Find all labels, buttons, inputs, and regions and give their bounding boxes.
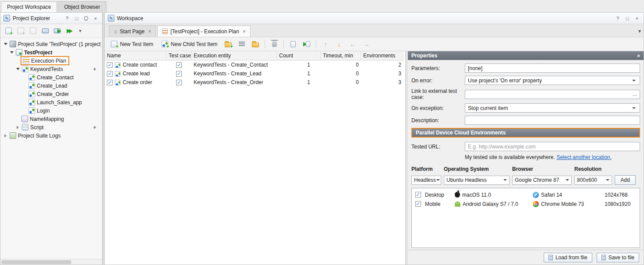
test-case-checkbox[interactable]: ✓ — [176, 62, 182, 68]
tested-url-input[interactable] — [465, 142, 640, 151]
object-browser-button[interactable] — [40, 26, 50, 36]
enabled-checkbox[interactable]: ✓ — [107, 71, 113, 77]
add-new-item-button[interactable] — [3, 26, 14, 36]
platform-select[interactable]: Headless — [411, 176, 441, 185]
select-location-link[interactable]: Select another location. — [556, 154, 611, 160]
external-link-field[interactable]: ... — [465, 90, 640, 99]
tree-item-script[interactable]: Script + — [1, 123, 101, 131]
expander-icon[interactable] — [15, 68, 20, 70]
table-row-name[interactable]: ✓ Create contact — [105, 60, 166, 69]
table-row-environments[interactable]: 3 — [361, 78, 403, 87]
table-row-count[interactable]: 1 — [277, 60, 321, 69]
tree-item-execution-plan[interactable]: Execution Plan — [1, 57, 101, 65]
table-row-entity[interactable]: KeywordTests - Create_Contact — [191, 60, 277, 69]
environment-row-mobile[interactable]: ✓ Mobile Android Galaxy S7 / 7.0 Chrome … — [414, 199, 638, 208]
maximize-icon[interactable]: □ — [73, 16, 80, 21]
expander-icon[interactable] — [3, 134, 8, 138]
help-icon[interactable]: ? — [614, 16, 621, 21]
table-row-testcase[interactable]: ✓ — [166, 78, 191, 87]
tab-project-workspace[interactable]: Project Workspace — [1, 1, 57, 12]
table-row-environments[interactable]: 2 — [361, 60, 403, 69]
group-list-button[interactable] — [237, 39, 247, 49]
column-header-timeout[interactable]: Timeout, min — [321, 51, 361, 60]
table-row-name[interactable]: ✓ Create lead — [105, 69, 166, 78]
test-case-checkbox[interactable]: ✓ — [176, 80, 182, 85]
add-environment-button[interactable]: Add — [615, 175, 636, 185]
environment-checkbox[interactable]: ✓ — [415, 192, 421, 198]
help-icon[interactable]: ? — [64, 16, 71, 21]
new-test-item-button[interactable]: New Test Item — [108, 39, 156, 49]
close-tab-icon[interactable]: × — [148, 28, 151, 35]
close-icon[interactable]: × — [92, 16, 99, 21]
enabled-checkbox[interactable]: ✓ — [107, 80, 113, 85]
table-row-environments[interactable]: 3 — [361, 69, 403, 78]
run-project-button[interactable] — [52, 26, 63, 36]
os-select[interactable]: Ubuntu Headless — [444, 176, 510, 185]
tree-item-launch-sales-app[interactable]: Launch_Sales_app — [1, 98, 101, 106]
column-header-count[interactable]: Count — [277, 51, 321, 60]
tree-item-create-contact[interactable]: Create_Contact — [1, 73, 101, 81]
group-button[interactable] — [250, 39, 261, 49]
tree-item-login[interactable]: Login — [1, 106, 101, 115]
table-row-entity[interactable]: KeywordTests - Create_Lead — [191, 69, 277, 78]
description-field[interactable] — [465, 116, 640, 125]
environment-row-desktop[interactable]: ✓ Desktop macOS 11.0 Safari 14 1024x768 … — [414, 190, 638, 199]
parameters-field[interactable]: [none] — [465, 64, 640, 73]
table-row-testcase[interactable]: ✓ — [166, 60, 191, 69]
column-header-name[interactable]: Name — [105, 51, 166, 60]
tree-item-project-suite-logs[interactable]: Project Suite Logs — [1, 131, 101, 140]
tree-item-testproject[interactable]: TestProject — [1, 48, 101, 57]
enabled-checkbox[interactable]: ✓ — [107, 62, 113, 68]
run-with-report-button[interactable] — [301, 39, 312, 49]
close-tab-icon[interactable]: × — [243, 28, 246, 35]
resolution-select[interactable]: 800x600 — [574, 176, 612, 185]
column-header-environments[interactable]: Environments — [361, 51, 403, 60]
column-header-test-case[interactable]: Test case — [166, 51, 191, 60]
table-row-name[interactable]: ✓ Create order — [105, 78, 166, 87]
move-down-button[interactable]: ↓ — [334, 39, 344, 49]
tab-list-caret-icon[interactable]: ▾ — [638, 28, 641, 34]
delete-item-button[interactable] — [269, 39, 280, 49]
run-project-suite-button[interactable] — [64, 26, 75, 36]
table-row-timeout[interactable]: 0 — [321, 69, 361, 78]
new-child-test-item-button[interactable]: New Child Test Item — [159, 39, 220, 49]
move-up-button[interactable]: ↑ — [320, 39, 331, 49]
column-header-execution-entity[interactable]: Execution entity — [191, 51, 277, 60]
on-error-select[interactable]: Use project's 'On error' property — [465, 76, 640, 85]
expander-icon[interactable] — [9, 51, 14, 53]
horizontal-scrollbar[interactable] — [0, 259, 102, 265]
export-item-button[interactable] — [28, 26, 38, 36]
save-to-file-button[interactable]: Save to file — [597, 253, 639, 262]
expander-icon[interactable] — [3, 43, 8, 45]
tree-item-create-lead[interactable]: Create_Lead — [1, 81, 101, 90]
add-existing-item-button[interactable] — [15, 26, 26, 36]
add-script-unit-button[interactable]: + — [92, 124, 98, 131]
tab-object-browser[interactable]: Object Browser — [58, 1, 106, 12]
close-icon[interactable]: × — [633, 16, 640, 21]
on-exception-select[interactable]: Stop current item — [465, 103, 640, 113]
table-row-entity[interactable]: KeywordTests - Create_Order — [191, 78, 277, 87]
test-case-checkbox[interactable]: ✓ — [176, 71, 182, 77]
run-focused-item-button[interactable] — [288, 39, 298, 49]
table-row-count[interactable]: 1 — [277, 78, 321, 87]
expander-icon[interactable] — [15, 126, 20, 129]
new-group-button[interactable] — [223, 39, 234, 49]
table-row-timeout[interactable]: 0 — [321, 78, 361, 87]
browse-button[interactable]: ... — [630, 91, 637, 97]
tree-item-keywordtests[interactable]: KeywordTests + — [1, 65, 101, 73]
scrollbar-thumb[interactable] — [1, 260, 71, 264]
tree-item-create-order[interactable]: Create_Order — [1, 90, 101, 98]
table-row-testcase[interactable]: ✓ — [166, 69, 191, 78]
table-row-timeout[interactable]: 0 — [321, 60, 361, 69]
table-row-count[interactable]: 1 — [277, 69, 321, 78]
tree-item-namemapping[interactable]: NameMapping — [1, 115, 101, 123]
add-keyword-test-button[interactable]: + — [92, 66, 98, 72]
tab-start-page[interactable]: ⌂ Start Page × — [109, 25, 156, 37]
indent-button[interactable]: → — [361, 39, 372, 49]
environment-checkbox[interactable]: ✓ — [415, 201, 421, 207]
load-from-file-button[interactable]: Load from file — [544, 253, 592, 262]
browser-select[interactable]: Google Chrome 87 — [512, 176, 572, 185]
pin-icon[interactable] — [83, 15, 89, 21]
run-options-caret-icon[interactable]: ▾ — [77, 28, 84, 34]
tree-item-project-suite[interactable]: Project Suite 'TestProject' (1 project) — [1, 40, 101, 48]
